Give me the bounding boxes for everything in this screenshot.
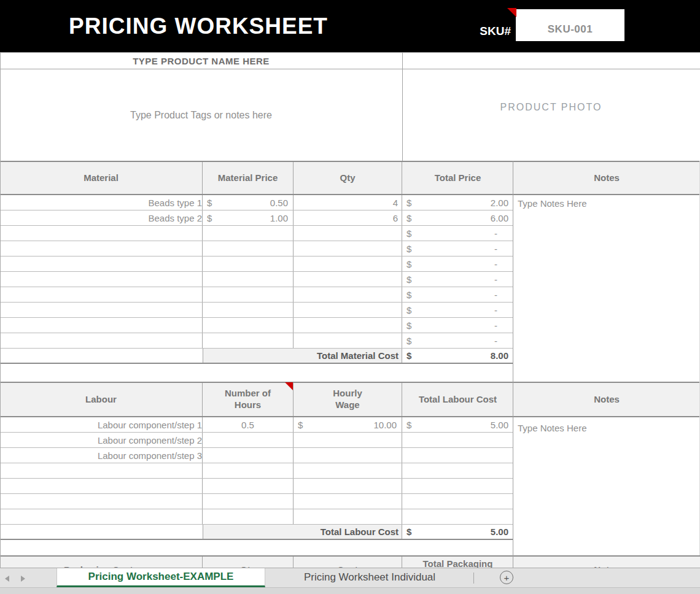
labour-notes-input[interactable]: Type Notes Here [518,423,587,433]
material-name-cell[interactable] [0,241,203,256]
tab-scroll-left-icon[interactable] [5,576,9,582]
labour-total-label: Total Labour Cost [203,525,402,539]
labour-hours-cell[interactable] [203,509,294,524]
material-total-cell[interactable]: $2.00 [402,195,513,210]
material-price-cell[interactable] [203,318,294,333]
material-qty-cell[interactable] [294,272,402,287]
labour-wage-cell[interactable] [294,433,402,447]
labour-header-row: Labour Number of Hours Hourly Wage Total… [0,382,700,417]
material-total-cell[interactable]: $- [402,287,513,302]
material-qty-cell[interactable] [294,241,402,256]
labour-total-value[interactable]: $5.00 [402,525,513,539]
labour-total-cell[interactable] [402,448,513,463]
labour-hours-cell[interactable] [203,433,294,447]
material-qty-cell[interactable]: 6 [294,210,402,225]
material-name-cell[interactable] [0,226,203,241]
product-name-input[interactable]: TYPE PRODUCT NAME HERE [0,53,402,69]
labour-hours-cell[interactable]: 0.5 [203,417,294,432]
tab-pricing-worksheet-individual[interactable]: Pricing Worksheet Individual [265,568,474,586]
labour-wage-cell[interactable] [294,448,402,463]
material-price-cell[interactable]: $0.50 [203,195,294,210]
comment-indicator-icon [285,382,293,390]
labour-total-cell[interactable] [402,463,513,478]
material-price-cell[interactable] [203,287,294,302]
material-row: $- [0,256,513,272]
material-name-cell[interactable]: Beads type 2 [0,210,203,225]
total-packaging-cost-header: Total Packaging Cost [402,557,513,568]
material-qty-cell[interactable] [294,318,402,333]
material-price-cell[interactable] [203,333,294,348]
labour-name-cell[interactable]: Labour component/step 1 [0,417,203,432]
material-qty-cell[interactable] [294,287,402,302]
currency-symbol: $ [402,213,411,223]
labour-wage-cell[interactable] [294,479,402,493]
material-total-cell[interactable]: $- [402,303,513,317]
labour-name-cell[interactable] [0,494,203,509]
labour-total-cell[interactable] [402,479,513,493]
material-name-cell[interactable] [0,303,203,317]
labour-name-cell[interactable]: Labour component/step 2 [0,433,203,447]
labour-name-cell[interactable] [0,509,203,524]
currency-symbol: $ [294,420,303,430]
product-photo-placeholder[interactable]: PRODUCT PHOTO [403,69,699,161]
material-price-cell[interactable] [203,241,294,256]
labour-wage-cell[interactable] [294,509,402,524]
tab-scroll-right-icon[interactable] [21,576,25,582]
add-sheet-button[interactable]: + [500,571,513,584]
material-total-cell[interactable]: $- [402,226,513,241]
cell-value: - [494,320,513,331]
material-total-cell[interactable]: $- [402,241,513,256]
labour-hours-cell[interactable] [203,479,294,493]
labour-hours-cell[interactable] [203,448,294,463]
material-total-cell[interactable]: $- [402,256,513,271]
material-name-cell[interactable] [0,272,203,287]
labour-total-cell[interactable] [402,494,513,509]
tab-pricing-worksheet-example[interactable]: Pricing Worksheet-EXAMPLE [56,568,265,587]
sku-label: SKU# [464,25,511,38]
material-total-cell[interactable]: $6.00 [402,210,513,225]
material-name-cell[interactable]: Beads type 1 [0,195,203,210]
material-name-cell[interactable] [0,333,203,348]
material-qty-cell[interactable]: 4 [294,195,402,210]
material-total-cell[interactable]: $- [402,333,513,348]
material-qty-cell[interactable] [294,226,402,241]
material-name-cell[interactable] [0,318,203,333]
labour-wage-cell[interactable] [294,494,402,509]
labour-hours-cell[interactable] [203,494,294,509]
labour-wage-cell[interactable]: $10.00 [294,417,402,432]
labour-row: Labour component/step 1 0.5 $10.00 $5.00 [0,417,513,433]
labour-name-cell[interactable] [0,463,203,478]
material-total-cell[interactable]: $- [402,272,513,287]
number-of-hours-header: Number of Hours [203,383,294,416]
labour-name-cell[interactable]: Labour component/step 3 [0,448,203,463]
material-total-value[interactable]: $8.00 [402,349,513,363]
material-price-cell[interactable] [203,303,294,317]
labour-hours-cell[interactable] [203,463,294,478]
material-price-cell[interactable]: $1.00 [203,210,294,225]
labour-wage-cell[interactable] [294,463,402,478]
labour-name-cell[interactable] [0,479,203,493]
cell-value: - [494,305,513,315]
qty-header: Qty [294,162,402,194]
material-notes-input[interactable]: Type Notes Here [518,198,587,209]
currency-symbol: $ [402,198,411,208]
labour-total-cell[interactable] [402,509,513,524]
material-name-cell[interactable] [0,256,203,271]
divider [402,52,403,161]
material-price-cell[interactable] [203,256,294,271]
material-total-row: Total Material Cost $8.00 [0,349,513,364]
material-price-cell[interactable] [203,226,294,241]
material-name-cell[interactable] [0,287,203,302]
material-qty-cell[interactable] [294,303,402,317]
material-price-header: Material Price [203,162,294,194]
pricing-worksheet: PRICING WORKSHEET SKU# SKU-001 TYPE PROD… [0,0,700,594]
material-price-cell[interactable] [203,272,294,287]
labour-total-cell[interactable] [402,433,513,447]
product-tags-input[interactable]: Type Product Tags or notes here [0,69,402,161]
material-total-cell[interactable]: $- [402,318,513,333]
sku-input[interactable]: SKU-001 [516,9,624,41]
labour-total-cell[interactable]: $5.00 [402,417,513,432]
material-qty-cell[interactable] [294,333,402,348]
labour-table-body: Labour component/step 1 0.5 $10.00 $5.00… [0,417,513,525]
material-qty-cell[interactable] [294,256,402,271]
